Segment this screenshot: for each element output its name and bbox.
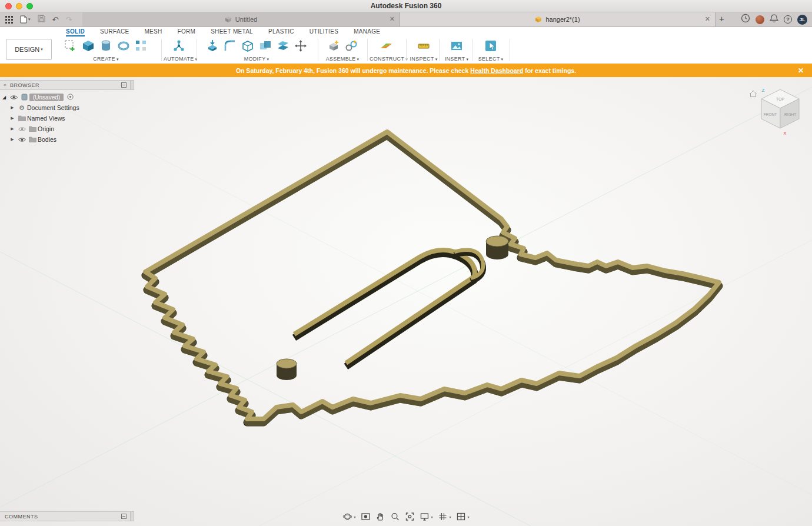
joint-button[interactable] [344,39,358,53]
fit-button[interactable] [405,512,414,521]
look-at-button[interactable] [361,512,370,521]
viewcube-right-label[interactable]: RIGHT [784,112,796,116]
group-construct-label[interactable]: CONSTRUCT▾ [370,56,402,62]
ribbon-tab-surface[interactable]: SURFACE [100,27,129,36]
comments-panel-resize-handle[interactable] [131,511,134,521]
combine-button[interactable] [258,39,272,53]
window-controls [5,3,33,9]
activate-component-icon[interactable] [67,94,74,101]
offset-face-button[interactable] [276,39,290,53]
viewcube-cube[interactable] [761,89,799,128]
viewcube-top-label[interactable]: TOP [776,97,785,101]
redo-button[interactable]: ↷ [65,16,72,24]
group-assemble-label[interactable]: ASSEMBLE▾ [320,56,365,62]
help-icon[interactable]: ? [784,15,792,24]
disclosure-icon[interactable]: ▶ [8,137,16,142]
browser-row-bodies[interactable]: ▶ Bodies [0,134,141,145]
user-avatar[interactable]: JL [797,15,807,25]
browser-row-document-settings[interactable]: ▶ ⚙ Document Settings [0,102,141,113]
save-button[interactable] [38,14,45,25]
group-automate-label[interactable]: AUTOMATE▾ [164,56,194,62]
file-menu-button[interactable]: ▾ [20,15,31,24]
group-select-label[interactable]: SELECT▾ [474,56,507,62]
comments-panel-header[interactable]: COMMENTS [0,511,131,521]
revolve-button[interactable] [99,39,113,53]
close-window-button[interactable] [5,3,12,9]
zoom-button[interactable] [390,512,400,521]
tab-hanger2-close-icon[interactable]: ✕ [705,15,710,23]
undo-button[interactable]: ↶ [52,16,59,24]
banner-close-icon[interactable]: ✕ [798,66,804,75]
job-status-icon[interactable] [741,14,750,25]
model-cylinder-left[interactable] [277,359,297,380]
orbit-button[interactable]: ▾ [342,512,355,521]
ribbon-tab-manage[interactable]: MANAGE [354,27,380,36]
ribbon-tab-solid[interactable]: SOLID [66,27,85,36]
group-modify: MODIFY▾ [199,38,314,64]
browser-panel-header[interactable]: « BROWSER [0,80,131,90]
apps-grid-icon[interactable] [5,12,13,26]
browser-root-row[interactable]: ◢ (Unsaved) [0,92,141,102]
disclosure-icon[interactable]: ▶ [8,126,16,131]
grid-snaps-button[interactable]: ▾ [438,512,451,521]
health-dashboard-link[interactable]: Health Dashboard [470,67,523,74]
pattern-button[interactable] [134,39,148,53]
insert-canvas-button[interactable] [450,39,464,53]
viewcube-front-label[interactable]: FRONT [764,112,777,116]
group-create-label[interactable]: CREATE▾ [58,56,154,62]
group-insert-label[interactable]: INSERT▾ [441,56,472,62]
browser-item-label: Origin [38,125,54,132]
move-copy-button[interactable] [294,39,308,53]
model-outline-body[interactable] [145,132,719,422]
model-hanger-body[interactable] [294,250,483,367]
extrude-button[interactable] [81,39,95,53]
new-tab-button[interactable]: + [719,14,724,24]
visibility-eye-icon[interactable] [8,95,19,100]
group-inspect-label[interactable]: INSPECT▾ [408,56,439,62]
group-modify-label[interactable]: MODIFY▾ [199,56,314,62]
notifications-bell-icon[interactable] [770,14,778,25]
comments-dock-icon[interactable] [121,514,127,519]
new-component-button[interactable] [327,39,341,53]
browser-collapse-icon[interactable]: « [4,82,6,88]
ribbon-tab-sheet-metal[interactable]: SHEET METAL [211,27,253,36]
browser-dock-icon[interactable] [121,82,127,88]
browser-panel-resize-handle[interactable] [131,80,134,90]
tab-hanger2[interactable]: hanger2*(1) ✕ [400,12,716,26]
disclosure-open-icon[interactable]: ◢ [0,95,8,100]
browser-row-named-views[interactable]: ▶ Named Views [0,113,141,124]
visibility-eye-icon[interactable] [16,137,27,142]
minimize-window-button[interactable] [16,3,22,9]
workspace-switcher[interactable]: DESIGN ▾ [6,39,52,60]
ribbon-tab-utilities[interactable]: UTILITIES [310,27,338,36]
browser-row-origin[interactable]: ▶ Origin [0,124,141,134]
sweep-button[interactable] [117,39,131,53]
save-icon [38,15,45,22]
tab-untitled[interactable]: Untitled ✕ [82,12,400,26]
fullscreen-window-button[interactable] [26,3,33,9]
tab-untitled-close-icon[interactable]: ✕ [390,15,395,23]
display-settings-button[interactable]: ▾ [420,512,432,521]
ribbon-tab-mesh[interactable]: MESH [144,27,162,36]
viewcube-home-icon[interactable] [750,91,757,97]
viewports-button[interactable]: ▾ [457,512,470,521]
ribbon-tab-plastic[interactable]: PLASTIC [268,27,294,36]
ribbon-tab-form[interactable]: FORM [178,27,196,36]
automate-button[interactable] [172,39,186,53]
construct-plane-button[interactable] [379,39,393,53]
group-construct: CONSTRUCT▾ [370,38,402,64]
root-document-name[interactable]: (Unsaved) [29,94,64,101]
shell-button[interactable] [241,39,255,53]
select-button[interactable] [484,39,498,53]
create-sketch-button[interactable] [64,39,78,53]
press-pull-button[interactable] [205,39,219,53]
viewcube[interactable]: TOP FRONT RIGHT Z X [747,85,812,139]
visibility-eye-icon[interactable] [16,126,27,132]
disclosure-icon[interactable]: ▶ [8,116,16,121]
disclosure-icon[interactable]: ▶ [8,105,16,110]
pan-button[interactable] [375,512,385,521]
extensions-icon[interactable] [756,15,764,24]
measure-button[interactable] [417,39,431,53]
fillet-button[interactable] [223,39,237,53]
model-cylinder-right[interactable] [486,236,508,259]
